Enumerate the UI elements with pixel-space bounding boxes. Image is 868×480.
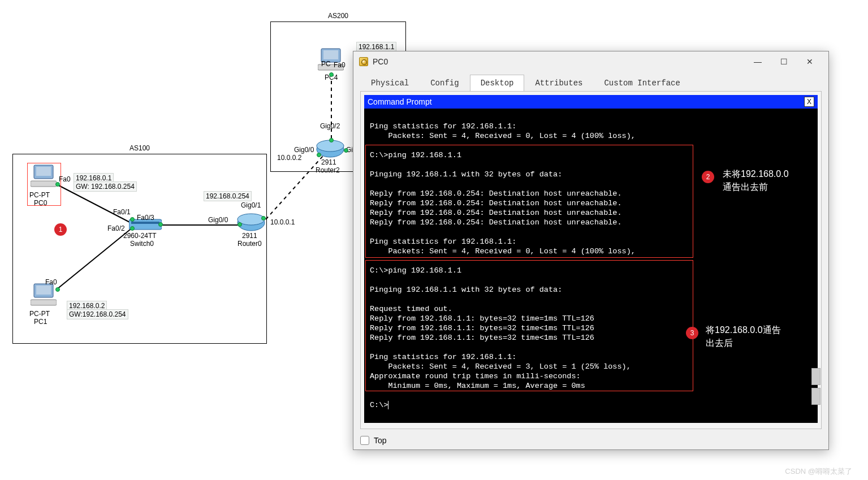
tab-bar: Physical Config Desktop Attributes Custo… [360,74,822,91]
svg-rect-12 [131,222,159,224]
pc1-type: PC-PT [29,310,50,318]
as100-label: AS100 [129,144,150,152]
switch0-p1: Fa0/1 [113,208,131,216]
minimize-button[interactable]: — [745,53,771,70]
switch0-p3: Fa0/3 [137,214,154,222]
pc1-name: PC1 [34,318,47,326]
window-title: PC0 [373,57,388,66]
pc1-icon[interactable] [31,283,57,308]
router2-left-dot [317,153,321,157]
pc0-name: PC0 [34,199,47,207]
as200-label: AS200 [328,12,348,20]
router2-model: 2911 [321,158,336,166]
pc1-gw: GW:192.168.0.254 [67,309,128,319]
scrollbar-segment-1[interactable] [811,368,821,385]
marker-3: 3 [686,327,698,339]
router0-g1: Gig0/1 [241,201,261,209]
pc4-type: PC [321,60,331,68]
pc0-window[interactable]: PC0 — ☐ ✕ Physical Config Desktop Attrib… [353,51,829,450]
router0-model: 2911 [242,232,257,240]
window-titlebar[interactable]: PC0 — ☐ ✕ [353,51,828,72]
svg-rect-18 [323,50,338,59]
router0-name: Router0 [237,240,262,248]
note-3: 将192.168.0.0通告 出去后 [706,323,781,349]
router0-g0: Gig0/0 [208,216,228,224]
marker-1: 1 [54,223,67,236]
router2-right-dot [344,148,348,153]
pc0-gw: GW: 192.168.0.254 [74,181,137,192]
pc0-icon[interactable] [31,164,57,189]
router2-name: Router2 [316,166,340,174]
svg-rect-9 [36,286,51,295]
router0-g0-dot [237,222,242,227]
pc0-type: PC-PT [29,191,50,199]
window-footer: Top [360,436,387,445]
maximize-button[interactable]: ☐ [771,53,797,70]
pc1-port: Fa0 [45,278,57,286]
marker-2: 2 [702,171,714,183]
top-checkbox[interactable] [360,436,369,445]
terminal-output[interactable]: Ping statistics for 192.168.1.1: Packets… [364,109,818,423]
svg-rect-10 [31,300,57,305]
scrollbar-segment-2[interactable] [811,388,821,405]
pc1-port-dot [55,287,60,292]
router2-top: Gig0/2 [320,122,340,130]
pc0-port-dot [55,182,60,187]
svg-rect-7 [31,181,57,187]
router0-g1-dot [261,216,266,220]
watermark: CSDN @嘚嘚太菜了 [785,466,852,477]
switch0-p3-dot [158,222,163,227]
pc4-port-dot [329,72,334,77]
switch0-model: 2960-24TT [123,232,157,240]
router2-top-dot [329,138,334,142]
note-2: 未将192.168.0.0 通告出去前 [723,167,789,193]
terminal-title: Command Prompt [368,97,432,106]
router2-left: Gig0/0 [294,146,314,154]
tab-config[interactable]: Config [420,75,469,91]
router0-right: 10.0.0.1 [270,218,295,226]
pc4-port: Fa0 [334,61,346,69]
tab-desktop[interactable]: Desktop [470,75,525,92]
desktop-panel: Command Prompt X Ping statistics for 192… [360,91,822,429]
tab-custom-interface[interactable]: Custom Interface [593,75,690,91]
router0-ip: 192.168.0.254 [204,191,252,201]
svg-rect-6 [36,167,51,176]
switch0-name: Switch0 [130,240,154,248]
pc-app-icon [359,57,368,66]
switch0-p2: Fa0/2 [107,224,125,232]
terminal-close-button[interactable]: X [804,97,814,107]
tab-attributes[interactable]: Attributes [524,75,593,91]
terminal-titlebar: Command Prompt X [364,95,818,109]
router2-leftip: 10.0.0.2 [277,154,301,162]
switch0-p1-dot [130,217,135,222]
pc0-port: Fa0 [59,175,71,183]
close-button[interactable]: ✕ [797,53,823,70]
top-label: Top [374,436,387,445]
tab-physical[interactable]: Physical [360,75,420,91]
switch0-p2-dot [130,226,135,231]
